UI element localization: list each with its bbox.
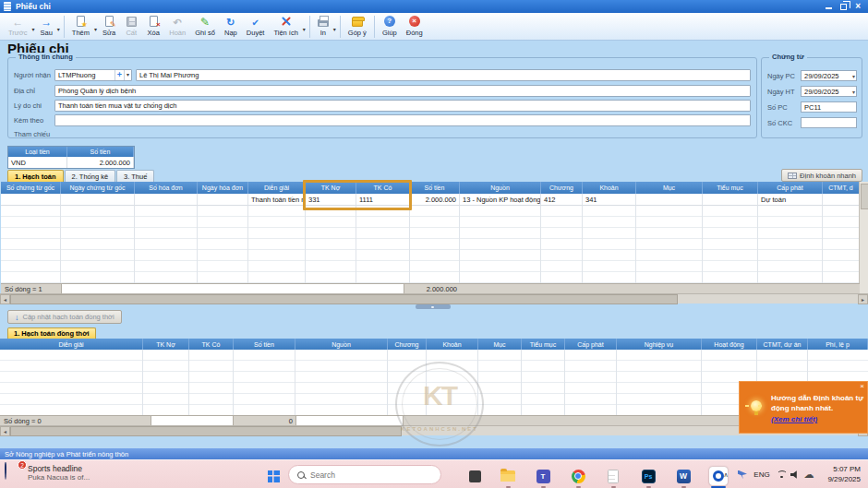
previous-dropdown-caret-icon[interactable] [31,19,34,34]
grid1-cell-amount[interactable]: 2.000.000 [410,194,460,206]
toolbar-button-utilities[interactable]: Tiện ích [269,14,306,40]
grid1-cell[interactable] [135,194,198,206]
tray-onedrive[interactable]: ☁ [802,460,816,488]
toolbar-button-feedback[interactable]: Góp ý [344,14,371,40]
accounting-grid-hscrollbar[interactable]: ◄ ► [0,293,868,304]
grid1-cell[interactable] [198,194,248,206]
voucher-number-field[interactable]: PC11 [801,101,857,113]
toolbar-button-post[interactable]: Ghi sổ [190,14,220,40]
toolbar-button-close-form[interactable]: × Đóng [402,14,428,40]
grid1-cell[interactable] [823,194,860,206]
sports-widget-icon: 2 [5,463,23,483]
language-indicator[interactable]: ENG [752,460,772,488]
wifi-icon [776,470,787,480]
status-bar: Sở Nông nghiệp và Phát triển nông thôn [0,448,868,459]
checkmark-icon [251,14,259,29]
grid1-cell[interactable] [1,194,61,206]
toolbar-button-add[interactable]: ★ Thêm [67,14,98,40]
grid2-header-cell: Khoản [427,339,478,350]
recipient-dropdown-caret-icon[interactable]: ▾ [124,70,131,80]
add-dropdown-caret-icon[interactable] [94,19,97,34]
accounting-grid-vertical-scrollbar[interactable] [859,182,868,293]
toolbar-button-edit[interactable]: ✎ Sửa [98,14,120,40]
toolbar-button-delete[interactable]: × Xóa [142,14,164,40]
grid1-cell-item[interactable]: 341 [583,194,636,206]
undo-icon [174,14,182,29]
grid1-cell[interactable] [636,194,703,206]
tray-volume[interactable] [789,460,802,488]
grid1-header-cell: Số tiền [410,182,460,194]
scroll-thumb[interactable] [10,426,402,436]
scroll-left-icon[interactable]: ◄ [0,426,10,436]
save-floppy-icon [127,17,137,27]
minimize-button[interactable] [826,7,832,9]
print-dropdown-caret-icon[interactable] [333,19,336,34]
toolbar-button-approve[interactable]: Duyệt [242,14,270,40]
word-button[interactable]: W [672,464,694,488]
tray-chevron[interactable]: ∧ [718,460,733,488]
grid1-cell-source[interactable]: 13 - Nguồn KP hoạt động các... [460,194,541,206]
voucher-date-caret-icon[interactable]: ▾ [852,73,855,79]
posting-date-caret-icon[interactable]: ▾ [852,89,855,95]
clock-date: 9/29/2025 [827,475,861,485]
toolbar-button-help[interactable]: ? Giúp [378,14,402,40]
grid1-cell[interactable] [703,194,758,206]
taskbar-search[interactable] [288,465,441,484]
notification-close-icon[interactable]: × [860,383,864,390]
grid2-header-cell: TK Nợ [143,339,189,350]
search-icon [297,471,305,479]
search-input[interactable] [310,470,412,480]
news-widget[interactable]: 2 Sports headline Puka Nacua is of... [5,463,90,483]
reference-row: Tham chiếu [14,128,751,140]
address-field[interactable] [54,85,751,97]
reason-field[interactable] [54,100,751,112]
tray-wifi[interactable] [774,460,789,488]
tab-thue[interactable]: 3. Thuế [116,170,154,182]
recipient-name-field[interactable] [136,69,751,81]
scroll-left-icon[interactable]: ◄ [0,294,10,304]
ckc-number-field[interactable] [801,117,857,128]
voucher-date-field[interactable]: 29/09/2025 ▾ [801,70,857,81]
toolbar-button-print[interactable]: In [313,14,337,40]
grid1-cell-description[interactable]: Thanh toán tiền mua vật t... [248,194,306,206]
tab-simultaneous-accounting[interactable]: 1. Hạch toán đồng thời [7,327,96,339]
simultaneous-grid-hscrollbar[interactable]: ◄ ► [0,425,868,435]
taskbar-clock[interactable]: 5:07 PM 9/29/2025 [827,465,861,484]
utilities-dropdown-caret-icon[interactable] [303,19,306,34]
toolbar-button-next[interactable]: Sau [36,14,61,40]
teams-button[interactable]: T [532,464,554,488]
add-recipient-plus-icon[interactable]: + [115,70,124,80]
recipient-combo[interactable]: LTMPhuong + ▾ [54,69,132,81]
currency-amount-cell[interactable]: 2.000.000 [67,157,134,168]
tab-hach-toan[interactable]: 1. Hạch toán [7,170,64,182]
update-simultaneous-button[interactable]: Cập nhật hạch toán đồng thời [7,310,122,324]
chrome-button[interactable] [567,464,589,488]
notepad-button[interactable] [602,464,624,488]
arrow-left-icon [12,14,23,29]
tray-location[interactable] [735,460,750,488]
toolbar-button-reload[interactable]: Nạp [220,14,242,40]
grid1-header-cell: Mục [636,182,703,194]
posting-date-field[interactable]: 29/09/2025 ▾ [801,86,857,97]
splitter-handle[interactable] [416,304,451,309]
currency-type-header: Loại tiền [8,147,67,157]
tab-thong-ke[interactable]: 2. Thống kê [65,170,115,182]
notification-detail-link[interactable]: (Xem chi tiết) [771,415,817,423]
quick-entry-button[interactable]: Định khoản nhanh [781,169,862,182]
grid2-header-cell: Chương [388,339,427,350]
restore-button[interactable] [840,4,847,10]
grid1-cell[interactable] [61,194,135,206]
task-view-button[interactable] [464,464,486,488]
close-button[interactable]: × [855,3,861,10]
scroll-right-icon[interactable]: ► [858,294,868,304]
file-explorer-button[interactable] [497,464,519,488]
start-button[interactable] [262,464,284,488]
scroll-thumb[interactable] [10,294,678,304]
next-dropdown-caret-icon[interactable] [57,19,60,34]
photoshop-button[interactable]: Ps [637,464,659,488]
grid1-cell-allocation[interactable]: Dự toán [758,194,823,206]
currency-code-cell[interactable]: VND [8,157,67,168]
attachment-field[interactable] [54,114,751,126]
close-red-icon: × [409,16,420,27]
grid1-cell-chapter[interactable]: 412 [541,194,583,206]
